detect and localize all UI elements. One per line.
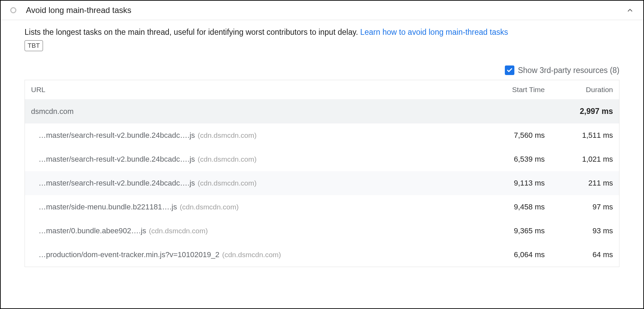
table-row[interactable]: …master/side-menu.bundle.b221181….js(cdn…	[25, 195, 619, 219]
row-start-time: 9,365 ms	[477, 226, 545, 235]
chevron-up-icon	[626, 6, 634, 14]
table-controls: Show 3rd-party resources (8)	[25, 65, 619, 75]
row-duration: 1,511 ms	[545, 131, 613, 140]
row-duration: 97 ms	[545, 203, 613, 211]
group-total: 2,997 ms	[545, 107, 613, 116]
row-url-host: (cdn.dsmcdn.com)	[198, 155, 257, 163]
row-duration: 1,021 ms	[545, 155, 613, 164]
collapse-button[interactable]	[626, 6, 634, 14]
table-row[interactable]: …master/search-result-v2.bundle.24bcadc……	[25, 171, 619, 195]
table-row[interactable]: …master/search-result-v2.bundle.24bcadc……	[25, 147, 619, 171]
table-row[interactable]: …master/0.bundle.abee902….js(cdn.dsmcdn.…	[25, 219, 619, 243]
row-url-host: (cdn.dsmcdn.com)	[180, 203, 239, 211]
row-duration: 64 ms	[545, 250, 613, 259]
row-start-time: 6,539 ms	[477, 155, 545, 164]
row-start-time: 9,113 ms	[477, 179, 545, 188]
metric-tag: TBT	[25, 40, 43, 52]
third-party-checkbox[interactable]	[505, 65, 514, 75]
tasks-table: URL Start Time Duration dsmcdn.com 2,997…	[25, 80, 619, 267]
row-start-time: 9,458 ms	[477, 203, 545, 211]
row-url-path: …master/search-result-v2.bundle.24bcadc……	[39, 179, 195, 187]
col-start-time: Start Time	[477, 86, 545, 94]
row-url-path: …master/side-menu.bundle.b221181….js	[39, 203, 177, 211]
audit-header[interactable]: Avoid long main-thread tasks	[1, 1, 643, 20]
row-duration: 211 ms	[545, 179, 613, 188]
row-start-time: 7,560 ms	[477, 131, 545, 140]
row-start-time: 6,064 ms	[477, 250, 545, 259]
row-url-host: (cdn.dsmcdn.com)	[222, 251, 281, 259]
status-indicator-icon	[10, 7, 16, 13]
row-url-path: …production/dom-event-tracker.min.js?v=1…	[39, 250, 219, 259]
table-row[interactable]: …production/dom-event-tracker.min.js?v=1…	[25, 243, 619, 267]
col-url: URL	[31, 86, 477, 94]
audit-body: Lists the longest tasks on the main thre…	[1, 20, 643, 308]
row-url-host: (cdn.dsmcdn.com)	[149, 227, 208, 235]
audit-description: Lists the longest tasks on the main thre…	[25, 26, 619, 51]
table-row[interactable]: …master/search-result-v2.bundle.24bcadc……	[25, 123, 619, 147]
row-url-host: (cdn.dsmcdn.com)	[198, 131, 257, 139]
row-duration: 93 ms	[545, 226, 613, 235]
audit-panel: Avoid long main-thread tasks Lists the l…	[0, 0, 644, 309]
description-text: Lists the longest tasks on the main thre…	[25, 28, 360, 36]
audit-title: Avoid long main-thread tasks	[26, 5, 626, 15]
row-url-host: (cdn.dsmcdn.com)	[198, 179, 257, 187]
table-group-row[interactable]: dsmcdn.com 2,997 ms	[25, 99, 619, 123]
third-party-label: Show 3rd-party resources (8)	[518, 66, 619, 75]
col-duration: Duration	[545, 86, 613, 94]
checkmark-icon	[507, 67, 513, 73]
row-url-path: …master/search-result-v2.bundle.24bcadc……	[39, 131, 195, 139]
row-url-path: …master/search-result-v2.bundle.24bcadc……	[39, 155, 195, 163]
learn-more-link[interactable]: Learn how to avoid long main-thread task…	[360, 28, 508, 36]
row-url-path: …master/0.bundle.abee902….js	[39, 226, 146, 235]
table-header-row: URL Start Time Duration	[25, 80, 619, 99]
group-label: dsmcdn.com	[31, 107, 477, 116]
